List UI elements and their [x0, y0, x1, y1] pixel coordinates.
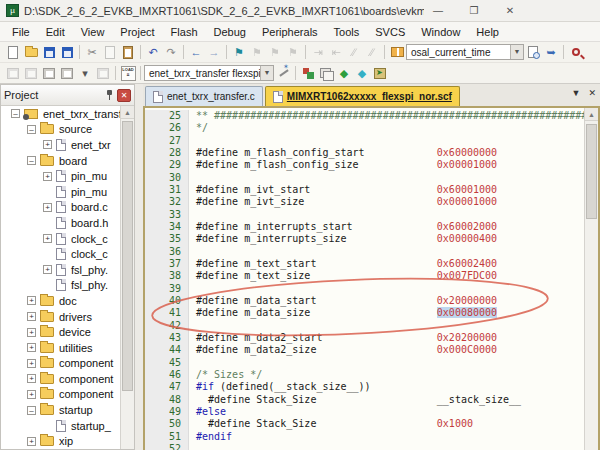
tree-item-startup-[interactable]: startup_	[1, 418, 120, 434]
expand-icon[interactable]: +	[43, 140, 52, 149]
target-select-combobox[interactable]: enet_txrx_transfer flexspi▼	[144, 65, 274, 81]
tree-item-enet-txr[interactable]: +enet_txr	[1, 137, 120, 153]
expand-icon[interactable]: +	[27, 328, 36, 337]
tab-mimxrt1062xxxxx-flexspi-nor-scf[interactable]: MIMXRT1062xxxxx_flexspi_nor.scf	[265, 86, 460, 106]
tree-item-fsl-phy-[interactable]: +fsl_phy.	[1, 262, 120, 278]
expand-icon[interactable]: +	[43, 203, 52, 212]
editor-scrollbar[interactable]: ▲	[584, 108, 598, 450]
expand-icon[interactable]: +	[27, 296, 36, 305]
search-document-icon[interactable]	[524, 44, 542, 61]
expand-icon[interactable]: +	[43, 172, 52, 181]
target-options-icon[interactable]	[274, 65, 292, 82]
expand-icon[interactable]: +	[27, 312, 36, 321]
bookmark-prev-icon[interactable]: ⚑	[248, 44, 266, 61]
menu-edit[interactable]: Edit	[38, 24, 73, 40]
tree-item-pin-mu[interactable]: pin_mu	[1, 184, 120, 200]
paste-icon[interactable]	[119, 44, 137, 61]
minimize-button[interactable]: —	[420, 0, 456, 22]
tree-item-utilities[interactable]: +utilities	[1, 340, 120, 356]
expand-icon[interactable]: +	[27, 374, 36, 383]
open-file-icon[interactable]	[22, 44, 40, 61]
batch-build-arrow-icon[interactable]: ▾	[76, 65, 94, 82]
comment-icon[interactable]: ∕∕	[345, 44, 363, 61]
find-text-combobox[interactable]: osal_current_time▼	[406, 44, 524, 60]
copy-icon[interactable]	[101, 44, 119, 61]
close-button[interactable]: ✕	[492, 0, 528, 22]
tree-item-enet-txrx-transf[interactable]: –enet_txrx_transf	[1, 106, 120, 122]
bookmark-toggle-icon[interactable]: ⚑	[230, 44, 248, 61]
rebuild-icon[interactable]	[40, 65, 58, 82]
undo-icon[interactable]: ↶	[144, 44, 162, 61]
tree-item-component[interactable]: +component	[1, 356, 120, 372]
expand-icon[interactable]: +	[43, 265, 52, 274]
expand-icon[interactable]: +	[27, 390, 36, 399]
save-all-icon[interactable]	[58, 44, 76, 61]
expand-icon[interactable]: +	[27, 437, 36, 446]
chevron-down-icon[interactable]: ▼	[260, 66, 273, 80]
expand-icon[interactable]: +	[43, 234, 52, 243]
select-software-icon[interactable]: ◆	[335, 65, 353, 82]
stop-build-icon[interactable]	[94, 65, 112, 82]
collapse-icon[interactable]: –	[27, 156, 36, 165]
collapse-icon[interactable]: –	[11, 109, 20, 118]
tab-list-dropdown-icon[interactable]: ▼	[572, 88, 581, 98]
tree-item-board-c[interactable]: +board.c	[1, 200, 120, 216]
panel-close-icon[interactable]: ✕	[117, 89, 131, 102]
menu-window[interactable]: Window	[413, 24, 468, 40]
tree-item-doc[interactable]: +doc	[1, 293, 120, 309]
tab-enet-txrx-transfer-c[interactable]: enet_txrx_transfer.c	[145, 86, 263, 106]
menu-flash[interactable]: Flash	[163, 24, 206, 40]
menu-help[interactable]: Help	[468, 24, 507, 40]
load-flash-icon[interactable]: LOAD ⇊	[119, 65, 137, 82]
chevron-down-icon[interactable]: ▼	[510, 45, 523, 59]
tree-item-clock-c[interactable]: clock_c	[1, 246, 120, 262]
manage-books-icon[interactable]	[317, 65, 335, 82]
translate-icon[interactable]	[4, 65, 22, 82]
menu-peripherals[interactable]: Peripherals	[254, 24, 326, 40]
menu-tools[interactable]: Tools	[326, 24, 368, 40]
menu-view[interactable]: View	[73, 24, 113, 40]
collapse-icon[interactable]: –	[27, 125, 36, 134]
uncomment-icon[interactable]: ∕∕	[363, 44, 381, 61]
tree-item-component[interactable]: +component	[1, 387, 120, 403]
expand-icon[interactable]: +	[27, 343, 36, 352]
find-in-files-icon[interactable]	[388, 44, 406, 61]
project-tree-scrollbar[interactable]: ▲	[120, 106, 134, 449]
editor-content[interactable]: 25** ###################################…	[145, 108, 584, 450]
manage-rte-icon[interactable]	[299, 65, 317, 82]
nav-forward-icon[interactable]: →	[205, 44, 223, 61]
nav-back-icon[interactable]: ←	[187, 44, 205, 61]
save-icon[interactable]	[40, 44, 58, 61]
bookmark-clear-icon[interactable]: ⚑	[284, 44, 302, 61]
indent-icon[interactable]: ⇥	[309, 44, 327, 61]
tree-item-board-h[interactable]: board.h	[1, 215, 120, 231]
tree-item-xip[interactable]: +xip	[1, 433, 120, 449]
menu-file[interactable]: File	[4, 24, 38, 40]
tree-item-board[interactable]: –board	[1, 153, 120, 169]
redo-icon[interactable]: ↷	[162, 44, 180, 61]
tree-item-device[interactable]: +device	[1, 324, 120, 340]
build-icon[interactable]	[22, 65, 40, 82]
tree-item-startup[interactable]: –startup	[1, 402, 120, 418]
filter-icon[interactable]: ◆	[353, 65, 371, 82]
scroll-up-icon[interactable]: ▲	[585, 108, 598, 121]
tree-item-drivers[interactable]: +drivers	[1, 309, 120, 325]
tree-item-clock-c[interactable]: +clock_c	[1, 231, 120, 247]
pack-installer-icon[interactable]	[371, 65, 389, 82]
tree-item-pin-mu[interactable]: +pin_mu	[1, 168, 120, 184]
panel-splitter[interactable]	[135, 84, 143, 450]
expand-icon[interactable]: +	[27, 359, 36, 368]
collapse-icon[interactable]: –	[27, 406, 36, 415]
bookmark-next-icon[interactable]: ⚑	[266, 44, 284, 61]
reference-search-icon[interactable]: ➥	[542, 44, 560, 61]
menu-debug[interactable]: Debug	[206, 24, 254, 40]
scrollbar-thumb[interactable]	[122, 121, 133, 391]
menu-project[interactable]: Project	[112, 24, 162, 40]
new-file-icon[interactable]	[4, 44, 22, 61]
pin-icon[interactable]	[104, 89, 114, 101]
scroll-up-icon[interactable]: ▲	[121, 106, 134, 119]
batch-build-icon[interactable]	[58, 65, 76, 82]
tree-item-fsl-phy-[interactable]: fsl_phy.	[1, 278, 120, 294]
menu-svcs[interactable]: SVCS	[367, 24, 413, 40]
cut-icon[interactable]: ✂	[83, 44, 101, 61]
